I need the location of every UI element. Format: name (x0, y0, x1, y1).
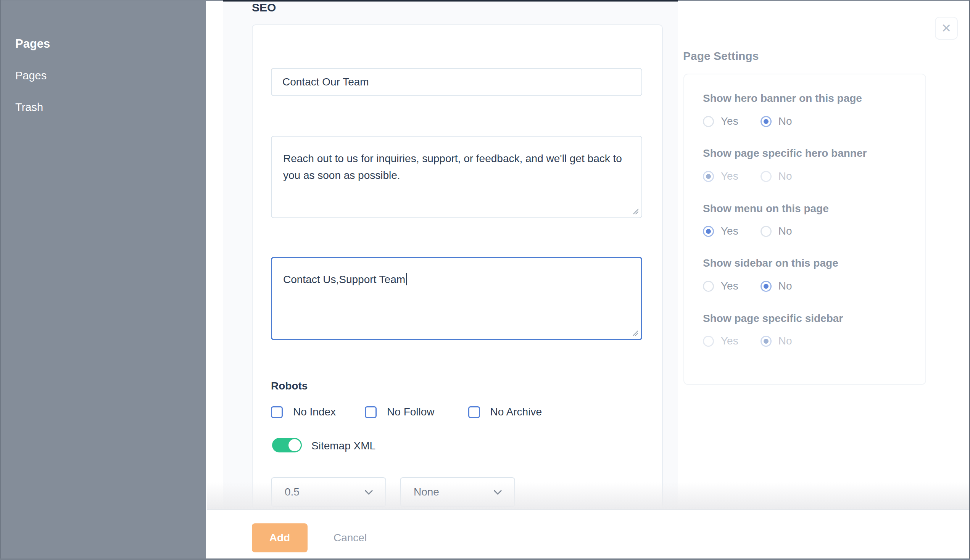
no-label: No (778, 170, 792, 182)
window-border-bottom (0, 558, 970, 560)
resize-grip-icon[interactable] (631, 329, 638, 336)
modal-footer: Add Cancel (206, 510, 969, 558)
page-settings-card: Show hero banner on this page Yes No Sho… (683, 73, 926, 385)
yes-radio[interactable] (703, 171, 714, 182)
sidebar-item-pages[interactable]: Pages (15, 70, 47, 82)
no-index-label: No Index (293, 406, 336, 418)
modal-top-accent (223, 0, 678, 2)
app-window: Pages Pages Trash SEO Page Title Contact… (0, 0, 970, 560)
description-text: Reach out to us for inquiries, support, … (283, 153, 622, 181)
yes-label: Yes (721, 335, 738, 347)
page-settings-panel: Page Settings ✕ Show hero banner on this… (678, 1, 969, 510)
no-archive-checkbox[interactable] (468, 406, 480, 418)
robots-checkbox-row: No Index No Follow No Archive (271, 406, 542, 418)
radio-group: Yes No (703, 335, 792, 347)
radio-group: Yes No (703, 225, 792, 237)
modal-bottom-fade (207, 482, 969, 509)
description-textarea[interactable]: Reach out to us for inquiries, support, … (271, 136, 642, 218)
no-follow-checkbox[interactable] (365, 406, 377, 418)
add-button[interactable]: Add (252, 523, 308, 552)
sidebar-title: Pages (15, 37, 50, 51)
cancel-button[interactable]: Cancel (333, 523, 367, 552)
sidebar: Pages Pages Trash (0, 0, 206, 560)
no-radio[interactable] (760, 281, 772, 292)
page-settings-heading: Page Settings (683, 50, 758, 63)
seo-modal: SEO Page Title Contact Our Team Descript… (223, 1, 678, 510)
no-label: No (778, 225, 792, 237)
page-title-input[interactable]: Contact Our Team (271, 68, 642, 96)
window-border-left (0, 0, 1, 560)
yes-label: Yes (721, 225, 738, 237)
no-archive-label: No Archive (490, 406, 542, 418)
sidebar-item-trash[interactable]: Trash (15, 101, 43, 114)
radio-group: Yes No (703, 280, 792, 292)
keywords-textarea[interactable]: Contact Us,Support Team (271, 257, 642, 340)
keywords-text: Contact Us,Support Team (283, 273, 405, 285)
no-label: No (778, 280, 792, 292)
sitemap-label: Sitemap XML (312, 440, 375, 452)
no-radio[interactable] (760, 171, 772, 182)
robots-label: Robots (271, 380, 308, 392)
setting-label: Show page specific hero banner (703, 147, 867, 160)
no-index-checkbox[interactable] (271, 406, 283, 418)
no-follow-label: No Follow (387, 406, 434, 418)
yes-radio[interactable] (703, 336, 714, 347)
resize-grip-icon[interactable] (632, 208, 638, 214)
setting-label: Show hero banner on this page (703, 92, 862, 105)
yes-radio[interactable] (703, 226, 714, 237)
radio-group: Yes No (703, 170, 792, 182)
close-button[interactable]: ✕ (935, 17, 958, 40)
sitemap-toggle[interactable] (272, 438, 302, 452)
seo-form-card: Page Title Contact Our Team Description … (252, 24, 663, 510)
toggle-knob-icon (288, 439, 301, 451)
yes-label: Yes (721, 115, 738, 127)
yes-label: Yes (721, 170, 738, 182)
text-cursor (406, 273, 407, 285)
no-radio[interactable] (760, 336, 772, 347)
no-label: No (778, 115, 792, 127)
no-label: No (778, 335, 792, 347)
yes-radio[interactable] (703, 116, 714, 127)
no-radio[interactable] (760, 116, 772, 127)
yes-radio[interactable] (703, 281, 714, 292)
yes-label: Yes (721, 280, 738, 292)
setting-label: Show sidebar on this page (703, 257, 838, 269)
setting-label: Show page specific sidebar (703, 312, 843, 325)
setting-label: Show menu on this page (703, 203, 829, 215)
radio-group: Yes No (703, 115, 792, 127)
no-radio[interactable] (760, 226, 772, 237)
seo-section-heading: SEO (252, 1, 276, 14)
close-icon: ✕ (942, 22, 952, 35)
